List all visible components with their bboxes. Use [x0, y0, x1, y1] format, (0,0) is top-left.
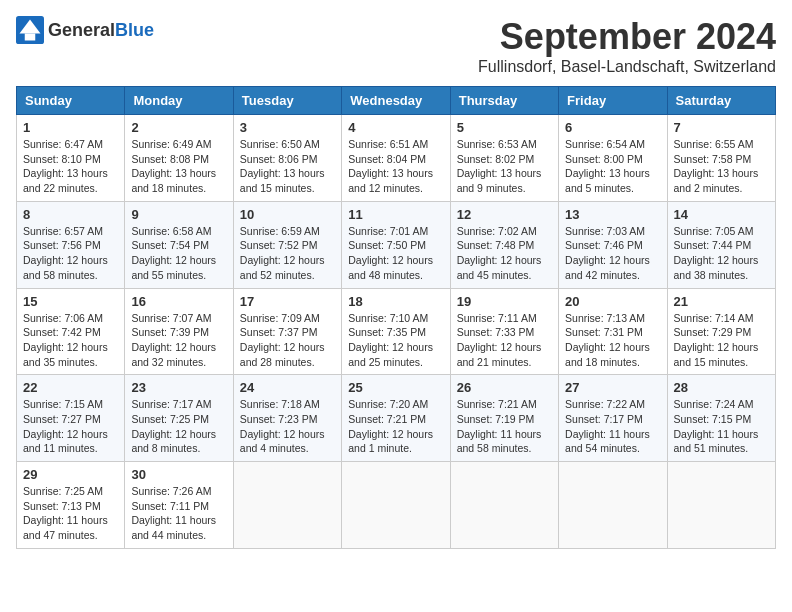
table-row: 29Sunrise: 7:25 AMSunset: 7:13 PMDayligh… [17, 462, 125, 549]
table-row: 22Sunrise: 7:15 AMSunset: 7:27 PMDayligh… [17, 375, 125, 462]
table-row: 19Sunrise: 7:11 AMSunset: 7:33 PMDayligh… [450, 288, 558, 375]
table-row: 25Sunrise: 7:20 AMSunset: 7:21 PMDayligh… [342, 375, 450, 462]
day-info: Sunrise: 6:50 AMSunset: 8:06 PMDaylight:… [240, 137, 335, 196]
table-row: 11Sunrise: 7:01 AMSunset: 7:50 PMDayligh… [342, 201, 450, 288]
day-info: Sunrise: 6:49 AMSunset: 8:08 PMDaylight:… [131, 137, 226, 196]
table-row: 14Sunrise: 7:05 AMSunset: 7:44 PMDayligh… [667, 201, 775, 288]
day-info: Sunrise: 7:15 AMSunset: 7:27 PMDaylight:… [23, 397, 118, 456]
table-row: 17Sunrise: 7:09 AMSunset: 7:37 PMDayligh… [233, 288, 341, 375]
day-number: 4 [348, 120, 443, 135]
day-info: Sunrise: 7:10 AMSunset: 7:35 PMDaylight:… [348, 311, 443, 370]
table-row [233, 462, 341, 549]
col-saturday: Saturday [667, 87, 775, 115]
table-row: 15Sunrise: 7:06 AMSunset: 7:42 PMDayligh… [17, 288, 125, 375]
day-number: 8 [23, 207, 118, 222]
col-monday: Monday [125, 87, 233, 115]
day-number: 13 [565, 207, 660, 222]
table-row: 10Sunrise: 6:59 AMSunset: 7:52 PMDayligh… [233, 201, 341, 288]
day-number: 28 [674, 380, 769, 395]
day-number: 1 [23, 120, 118, 135]
calendar-week-row: 29Sunrise: 7:25 AMSunset: 7:13 PMDayligh… [17, 462, 776, 549]
day-info: Sunrise: 7:09 AMSunset: 7:37 PMDaylight:… [240, 311, 335, 370]
day-info: Sunrise: 7:06 AMSunset: 7:42 PMDaylight:… [23, 311, 118, 370]
day-info: Sunrise: 6:47 AMSunset: 8:10 PMDaylight:… [23, 137, 118, 196]
table-row: 20Sunrise: 7:13 AMSunset: 7:31 PMDayligh… [559, 288, 667, 375]
logo-text-blue: Blue [115, 20, 154, 40]
table-row: 4Sunrise: 6:51 AMSunset: 8:04 PMDaylight… [342, 115, 450, 202]
day-info: Sunrise: 7:11 AMSunset: 7:33 PMDaylight:… [457, 311, 552, 370]
day-number: 18 [348, 294, 443, 309]
day-number: 17 [240, 294, 335, 309]
day-info: Sunrise: 7:26 AMSunset: 7:11 PMDaylight:… [131, 484, 226, 543]
title-area: September 2024 Fullinsdorf, Basel-Landsc… [478, 16, 776, 76]
table-row: 24Sunrise: 7:18 AMSunset: 7:23 PMDayligh… [233, 375, 341, 462]
table-row: 9Sunrise: 6:58 AMSunset: 7:54 PMDaylight… [125, 201, 233, 288]
day-info: Sunrise: 7:14 AMSunset: 7:29 PMDaylight:… [674, 311, 769, 370]
calendar-week-row: 22Sunrise: 7:15 AMSunset: 7:27 PMDayligh… [17, 375, 776, 462]
day-info: Sunrise: 7:05 AMSunset: 7:44 PMDaylight:… [674, 224, 769, 283]
day-info: Sunrise: 7:02 AMSunset: 7:48 PMDaylight:… [457, 224, 552, 283]
day-info: Sunrise: 7:07 AMSunset: 7:39 PMDaylight:… [131, 311, 226, 370]
day-info: Sunrise: 6:58 AMSunset: 7:54 PMDaylight:… [131, 224, 226, 283]
day-info: Sunrise: 7:18 AMSunset: 7:23 PMDaylight:… [240, 397, 335, 456]
logo-text-general: General [48, 20, 115, 40]
calendar-table: Sunday Monday Tuesday Wednesday Thursday… [16, 86, 776, 549]
table-row: 3Sunrise: 6:50 AMSunset: 8:06 PMDaylight… [233, 115, 341, 202]
day-info: Sunrise: 7:24 AMSunset: 7:15 PMDaylight:… [674, 397, 769, 456]
day-info: Sunrise: 6:57 AMSunset: 7:56 PMDaylight:… [23, 224, 118, 283]
day-number: 2 [131, 120, 226, 135]
day-info: Sunrise: 6:55 AMSunset: 7:58 PMDaylight:… [674, 137, 769, 196]
col-thursday: Thursday [450, 87, 558, 115]
day-number: 10 [240, 207, 335, 222]
table-row: 28Sunrise: 7:24 AMSunset: 7:15 PMDayligh… [667, 375, 775, 462]
day-number: 30 [131, 467, 226, 482]
day-number: 12 [457, 207, 552, 222]
table-row: 21Sunrise: 7:14 AMSunset: 7:29 PMDayligh… [667, 288, 775, 375]
table-row: 8Sunrise: 6:57 AMSunset: 7:56 PMDaylight… [17, 201, 125, 288]
day-number: 21 [674, 294, 769, 309]
day-number: 27 [565, 380, 660, 395]
table-row: 1Sunrise: 6:47 AMSunset: 8:10 PMDaylight… [17, 115, 125, 202]
table-row: 26Sunrise: 7:21 AMSunset: 7:19 PMDayligh… [450, 375, 558, 462]
day-number: 25 [348, 380, 443, 395]
day-info: Sunrise: 7:20 AMSunset: 7:21 PMDaylight:… [348, 397, 443, 456]
day-info: Sunrise: 7:17 AMSunset: 7:25 PMDaylight:… [131, 397, 226, 456]
day-number: 19 [457, 294, 552, 309]
day-info: Sunrise: 7:21 AMSunset: 7:19 PMDaylight:… [457, 397, 552, 456]
day-info: Sunrise: 6:53 AMSunset: 8:02 PMDaylight:… [457, 137, 552, 196]
day-number: 6 [565, 120, 660, 135]
table-row: 13Sunrise: 7:03 AMSunset: 7:46 PMDayligh… [559, 201, 667, 288]
day-info: Sunrise: 7:13 AMSunset: 7:31 PMDaylight:… [565, 311, 660, 370]
day-number: 9 [131, 207, 226, 222]
table-row [667, 462, 775, 549]
day-number: 15 [23, 294, 118, 309]
day-info: Sunrise: 6:51 AMSunset: 8:04 PMDaylight:… [348, 137, 443, 196]
table-row: 2Sunrise: 6:49 AMSunset: 8:08 PMDaylight… [125, 115, 233, 202]
day-number: 16 [131, 294, 226, 309]
table-row: 7Sunrise: 6:55 AMSunset: 7:58 PMDaylight… [667, 115, 775, 202]
location: Fullinsdorf, Basel-Landschaft, Switzerla… [478, 58, 776, 76]
col-friday: Friday [559, 87, 667, 115]
day-number: 3 [240, 120, 335, 135]
table-row: 5Sunrise: 6:53 AMSunset: 8:02 PMDaylight… [450, 115, 558, 202]
day-number: 22 [23, 380, 118, 395]
day-number: 5 [457, 120, 552, 135]
day-number: 29 [23, 467, 118, 482]
table-row [450, 462, 558, 549]
table-row [342, 462, 450, 549]
day-number: 23 [131, 380, 226, 395]
table-row: 6Sunrise: 6:54 AMSunset: 8:00 PMDaylight… [559, 115, 667, 202]
day-number: 7 [674, 120, 769, 135]
table-row: 30Sunrise: 7:26 AMSunset: 7:11 PMDayligh… [125, 462, 233, 549]
table-row: 23Sunrise: 7:17 AMSunset: 7:25 PMDayligh… [125, 375, 233, 462]
day-info: Sunrise: 7:22 AMSunset: 7:17 PMDaylight:… [565, 397, 660, 456]
logo-icon [16, 16, 44, 44]
col-tuesday: Tuesday [233, 87, 341, 115]
table-row: 18Sunrise: 7:10 AMSunset: 7:35 PMDayligh… [342, 288, 450, 375]
day-number: 24 [240, 380, 335, 395]
calendar-week-row: 8Sunrise: 6:57 AMSunset: 7:56 PMDaylight… [17, 201, 776, 288]
day-number: 20 [565, 294, 660, 309]
logo: GeneralBlue [16, 16, 154, 44]
table-row: 12Sunrise: 7:02 AMSunset: 7:48 PMDayligh… [450, 201, 558, 288]
header: GeneralBlue September 2024 Fullinsdorf, … [16, 16, 776, 76]
